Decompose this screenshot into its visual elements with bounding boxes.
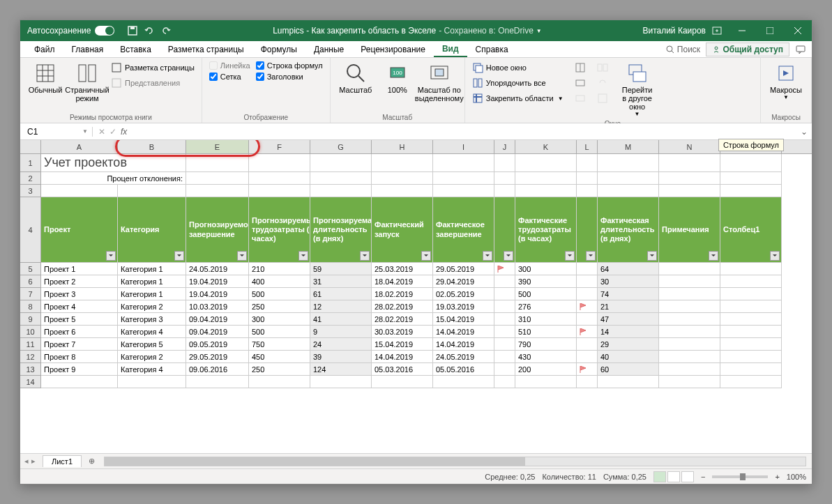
formula-bar-checkbox[interactable]: Строка формул	[255, 61, 324, 70]
arrange-all-button[interactable]: Упорядочить все	[471, 76, 565, 90]
cell[interactable]	[310, 172, 372, 185]
cell-category[interactable]: Категория 4	[118, 363, 186, 376]
page-break-view-button[interactable]: Страничный режим	[68, 61, 107, 104]
tab-home[interactable]: Главная	[63, 41, 112, 57]
cell[interactable]	[186, 376, 249, 388]
cell-forecast-hours[interactable]: 250	[249, 300, 310, 313]
search-box[interactable]: Поиск	[666, 45, 700, 54]
table-header-project[interactable]: Проект	[41, 197, 118, 263]
cell-forecast-hours[interactable]: 500	[249, 288, 310, 300]
cell-actual-start[interactable]: 05.03.2016	[372, 363, 433, 376]
cell-title[interactable]: Учет проектов	[41, 154, 186, 172]
cell-actual-days[interactable]: 60	[598, 363, 659, 376]
cell-forecast-complete[interactable]: 10.03.2019	[186, 300, 249, 313]
cell-actual-hours[interactable]: 276	[515, 300, 577, 313]
cell[interactable]	[659, 376, 720, 388]
cell[interactable]	[249, 185, 310, 197]
cell-category[interactable]: Категория 1	[118, 275, 186, 288]
cell-project[interactable]: Проект 4	[41, 300, 118, 313]
tab-insert[interactable]: Вставка	[112, 41, 160, 57]
switch-windows-button[interactable]: Перейти в другое окно ▼	[618, 61, 657, 119]
cell-category[interactable]: Категория 1	[118, 288, 186, 300]
cell-forecast-days[interactable]: 39	[310, 351, 372, 363]
autosave-toggle[interactable]: Автосохранение	[20, 26, 121, 36]
tab-data[interactable]: Данные	[305, 41, 352, 57]
table-header-flag1[interactable]	[494, 197, 515, 263]
filter-dropdown-icon[interactable]	[106, 251, 116, 261]
cell-notes[interactable]	[659, 300, 720, 313]
cell-flag2[interactable]	[577, 326, 598, 338]
cell[interactable]	[720, 154, 782, 172]
select-all-corner[interactable]	[20, 140, 41, 153]
cell-notes[interactable]	[659, 363, 720, 376]
tab-formulas[interactable]: Формулы	[252, 41, 305, 57]
cell[interactable]	[577, 185, 598, 197]
scrollbar-thumb[interactable]	[105, 457, 525, 466]
cell-actual-hours[interactable]: 200	[515, 363, 577, 376]
filter-dropdown-icon[interactable]	[483, 251, 492, 261]
cell-flag2[interactable]	[577, 313, 598, 326]
cell-forecast-days[interactable]: 59	[310, 263, 372, 275]
cell-notes[interactable]	[659, 338, 720, 351]
table-header-forecast-complete[interactable]: Прогнозируемое завершение	[186, 197, 249, 263]
cell-flag1[interactable]	[494, 300, 515, 313]
cell-forecast-days[interactable]: 24	[310, 338, 372, 351]
zoom-value[interactable]: 100%	[787, 473, 806, 481]
cell-project[interactable]: Проект 8	[41, 351, 118, 363]
table-header-actual-complete[interactable]: Фактическое завершение	[433, 197, 494, 263]
col-header-L[interactable]: L	[577, 140, 598, 153]
cell-actual-complete[interactable]: 14.04.2019	[433, 326, 494, 338]
table-header-notes[interactable]: Примечания	[659, 197, 720, 263]
cell-forecast-hours[interactable]: 400	[249, 275, 310, 288]
cell-flag1[interactable]	[494, 288, 515, 300]
cell-forecast-hours[interactable]: 300	[249, 313, 310, 326]
cell-actual-hours[interactable]: 430	[515, 351, 577, 363]
row-header-14[interactable]: 14	[20, 376, 41, 388]
share-button[interactable]: Общий доступ	[706, 43, 789, 56]
cell-actual-days[interactable]: 40	[598, 351, 659, 363]
cell[interactable]	[598, 172, 659, 185]
cell-flag2[interactable]	[577, 351, 598, 363]
freeze-panes-button[interactable]: Закрепить области▼	[471, 91, 565, 105]
cell-actual-days[interactable]: 74	[598, 288, 659, 300]
cell-col1[interactable]	[720, 275, 782, 288]
row-header-2[interactable]: 2	[20, 172, 41, 185]
row-header-5[interactable]: 5	[20, 263, 41, 275]
cell-category[interactable]: Категория 4	[118, 326, 186, 338]
col-header-A[interactable]: A	[41, 140, 118, 153]
sheet-tab[interactable]: Лист1	[43, 455, 82, 467]
filter-dropdown-icon[interactable]	[586, 251, 596, 261]
cell-actual-complete[interactable]: 19.03.2019	[433, 300, 494, 313]
cell[interactable]	[577, 172, 598, 185]
cell-actual-complete[interactable]: 29.05.2019	[433, 263, 494, 275]
name-box[interactable]: C1 ▼	[23, 127, 93, 137]
filter-dropdown-icon[interactable]	[565, 251, 575, 261]
table-header-forecast-days[interactable]: Прогнозируемая длительность (в днях)	[310, 197, 372, 263]
col-header-F[interactable]: F	[249, 140, 310, 153]
cell-actual-start[interactable]: 15.04.2019	[372, 338, 433, 351]
cell[interactable]	[372, 154, 433, 172]
row-header-9[interactable]: 9	[20, 313, 41, 326]
new-window-button[interactable]: Новое окно	[471, 61, 565, 75]
expand-formula-bar-icon[interactable]: ⌄	[801, 127, 812, 137]
cell-actual-start[interactable]: 28.02.2019	[372, 300, 433, 313]
cell-actual-start[interactable]: 18.04.2019	[372, 275, 433, 288]
cell-col1[interactable]	[720, 363, 782, 376]
page-break-status-button[interactable]	[681, 471, 694, 482]
cell-forecast-hours[interactable]: 500	[249, 326, 310, 338]
cell-project[interactable]: Проект 1	[41, 263, 118, 275]
cell[interactable]	[494, 172, 515, 185]
cell-notes[interactable]	[659, 326, 720, 338]
cell-category[interactable]: Категория 3	[118, 313, 186, 326]
cell-project[interactable]: Проект 5	[41, 313, 118, 326]
cell[interactable]	[310, 376, 372, 388]
zoom-out-button[interactable]: −	[701, 473, 705, 481]
cell-actual-days[interactable]: 47	[598, 313, 659, 326]
cancel-icon[interactable]: ✕	[98, 127, 105, 137]
cell-actual-complete[interactable]: 14.04.2019	[433, 338, 494, 351]
table-header-category[interactable]: Категория	[118, 197, 186, 263]
cell-flag1[interactable]	[494, 351, 515, 363]
cell-forecast-days[interactable]: 31	[310, 275, 372, 288]
cell[interactable]	[494, 185, 515, 197]
col-header-J[interactable]: J	[494, 140, 515, 153]
